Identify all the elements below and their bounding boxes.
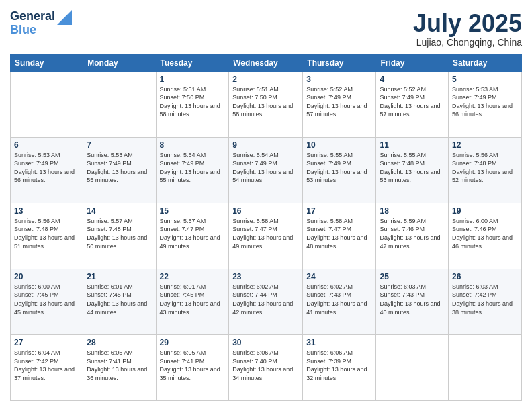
day-number: 7 [87, 140, 152, 150]
day-info: Sunrise: 6:04 AM Sunset: 7:42 PM Dayligh… [14, 349, 79, 382]
calendar-cell [83, 71, 156, 137]
calendar-cell: 12Sunrise: 5:56 AM Sunset: 7:48 PM Dayli… [449, 137, 522, 203]
day-info: Sunrise: 5:52 AM Sunset: 7:49 PM Dayligh… [380, 85, 445, 119]
day-number: 26 [452, 272, 518, 281]
calendar-cell: 27Sunrise: 6:04 AM Sunset: 7:42 PM Dayli… [11, 334, 83, 400]
calendar-row-2: 13Sunrise: 5:56 AM Sunset: 7:48 PM Dayli… [11, 203, 522, 269]
day-number: 29 [160, 338, 226, 347]
day-number: 15 [160, 206, 226, 216]
day-number: 13 [14, 206, 79, 216]
calendar-header-monday: Monday [83, 54, 156, 71]
day-number: 19 [452, 206, 518, 216]
day-number: 28 [87, 338, 152, 347]
day-info: Sunrise: 5:54 AM Sunset: 7:49 PM Dayligh… [160, 151, 226, 185]
calendar-header-friday: Friday [376, 54, 449, 71]
day-number: 12 [452, 140, 518, 150]
day-number: 21 [87, 272, 152, 281]
day-info: Sunrise: 5:51 AM Sunset: 7:50 PM Dayligh… [232, 85, 299, 119]
calendar-cell: 6Sunrise: 5:53 AM Sunset: 7:49 PM Daylig… [11, 137, 83, 203]
day-number: 24 [306, 272, 372, 281]
calendar-cell: 11Sunrise: 5:55 AM Sunset: 7:48 PM Dayli… [376, 137, 449, 203]
calendar-cell: 2Sunrise: 5:51 AM Sunset: 7:50 PM Daylig… [229, 71, 303, 137]
calendar-cell: 30Sunrise: 6:06 AM Sunset: 7:40 PM Dayli… [229, 334, 303, 400]
day-number: 9 [232, 140, 299, 150]
calendar-row-4: 27Sunrise: 6:04 AM Sunset: 7:42 PM Dayli… [11, 334, 522, 400]
calendar-header-thursday: Thursday [303, 54, 376, 71]
day-info: Sunrise: 6:05 AM Sunset: 7:41 PM Dayligh… [87, 349, 152, 382]
calendar-header-saturday: Saturday [449, 54, 522, 71]
day-number: 30 [232, 338, 299, 347]
calendar-cell: 26Sunrise: 6:03 AM Sunset: 7:42 PM Dayli… [449, 269, 522, 334]
calendar-cell: 15Sunrise: 5:57 AM Sunset: 7:47 PM Dayli… [156, 203, 229, 269]
day-number: 22 [160, 272, 226, 281]
calendar-cell: 17Sunrise: 5:58 AM Sunset: 7:47 PM Dayli… [303, 203, 376, 269]
calendar-cell: 4Sunrise: 5:52 AM Sunset: 7:49 PM Daylig… [376, 71, 449, 137]
calendar-header-tuesday: Tuesday [156, 54, 229, 71]
logo: General Blue [10, 10, 72, 37]
calendar-cell: 5Sunrise: 5:53 AM Sunset: 7:49 PM Daylig… [449, 71, 522, 137]
calendar-cell: 21Sunrise: 6:01 AM Sunset: 7:45 PM Dayli… [83, 269, 156, 334]
day-number: 10 [306, 140, 372, 150]
logo-general: General [10, 10, 55, 24]
day-number: 6 [14, 140, 79, 150]
location: Lujiao, Chongqing, China [413, 37, 522, 48]
calendar-cell: 16Sunrise: 5:58 AM Sunset: 7:47 PM Dayli… [229, 203, 303, 269]
calendar-cell: 29Sunrise: 6:05 AM Sunset: 7:41 PM Dayli… [156, 334, 229, 400]
calendar-header-row: SundayMondayTuesdayWednesdayThursdayFrid… [11, 54, 522, 71]
calendar-cell: 7Sunrise: 5:53 AM Sunset: 7:49 PM Daylig… [83, 137, 156, 203]
day-number: 8 [160, 140, 226, 150]
day-number: 31 [306, 338, 372, 347]
calendar-cell: 23Sunrise: 6:02 AM Sunset: 7:44 PM Dayli… [229, 269, 303, 334]
calendar-cell: 3Sunrise: 5:52 AM Sunset: 7:49 PM Daylig… [303, 71, 376, 137]
calendar-row-3: 20Sunrise: 6:00 AM Sunset: 7:45 PM Dayli… [11, 269, 522, 334]
day-info: Sunrise: 5:58 AM Sunset: 7:47 PM Dayligh… [306, 217, 372, 250]
calendar-cell: 20Sunrise: 6:00 AM Sunset: 7:45 PM Dayli… [11, 269, 83, 334]
day-number: 14 [87, 206, 152, 216]
day-info: Sunrise: 5:53 AM Sunset: 7:49 PM Dayligh… [452, 85, 518, 119]
day-info: Sunrise: 6:05 AM Sunset: 7:41 PM Dayligh… [160, 349, 226, 382]
day-info: Sunrise: 6:00 AM Sunset: 7:45 PM Dayligh… [14, 283, 79, 316]
logo-blue: Blue [10, 24, 55, 37]
calendar-row-1: 6Sunrise: 5:53 AM Sunset: 7:49 PM Daylig… [11, 137, 522, 203]
day-info: Sunrise: 6:01 AM Sunset: 7:45 PM Dayligh… [160, 283, 226, 316]
day-info: Sunrise: 5:55 AM Sunset: 7:48 PM Dayligh… [380, 151, 445, 185]
day-info: Sunrise: 5:53 AM Sunset: 7:49 PM Dayligh… [87, 151, 152, 185]
day-info: Sunrise: 5:58 AM Sunset: 7:47 PM Dayligh… [232, 217, 299, 250]
calendar-row-0: 1Sunrise: 5:51 AM Sunset: 7:50 PM Daylig… [11, 71, 522, 137]
calendar-header-sunday: Sunday [11, 54, 83, 71]
calendar: SundayMondayTuesdayWednesdayThursdayFrid… [10, 54, 522, 401]
calendar-cell [376, 334, 449, 400]
day-number: 16 [232, 206, 299, 216]
day-number: 1 [160, 75, 226, 84]
day-info: Sunrise: 5:54 AM Sunset: 7:49 PM Dayligh… [232, 151, 299, 185]
day-number: 27 [14, 338, 79, 347]
day-info: Sunrise: 6:03 AM Sunset: 7:42 PM Dayligh… [452, 283, 518, 316]
day-info: Sunrise: 6:01 AM Sunset: 7:45 PM Dayligh… [87, 283, 152, 316]
page: General Blue July 2025 Lujiao, Chongqing… [0, 0, 532, 411]
month-year: July 2025 [413, 10, 522, 37]
calendar-cell [449, 334, 522, 400]
day-info: Sunrise: 6:02 AM Sunset: 7:43 PM Dayligh… [306, 283, 372, 316]
calendar-cell: 18Sunrise: 5:59 AM Sunset: 7:46 PM Dayli… [376, 203, 449, 269]
calendar-cell: 13Sunrise: 5:56 AM Sunset: 7:48 PM Dayli… [11, 203, 83, 269]
day-info: Sunrise: 5:56 AM Sunset: 7:48 PM Dayligh… [14, 217, 79, 250]
calendar-cell: 28Sunrise: 6:05 AM Sunset: 7:41 PM Dayli… [83, 334, 156, 400]
day-info: Sunrise: 6:00 AM Sunset: 7:46 PM Dayligh… [452, 217, 518, 250]
day-number: 4 [380, 75, 445, 84]
svg-marker-0 [57, 10, 72, 25]
logo-icon [57, 10, 72, 25]
title-section: July 2025 Lujiao, Chongqing, China [413, 10, 522, 48]
logo-text: General Blue [10, 10, 55, 37]
calendar-cell: 25Sunrise: 6:03 AM Sunset: 7:43 PM Dayli… [376, 269, 449, 334]
calendar-cell: 8Sunrise: 5:54 AM Sunset: 7:49 PM Daylig… [156, 137, 229, 203]
day-number: 11 [380, 140, 445, 150]
calendar-cell: 1Sunrise: 5:51 AM Sunset: 7:50 PM Daylig… [156, 71, 229, 137]
day-info: Sunrise: 5:52 AM Sunset: 7:49 PM Dayligh… [306, 85, 372, 119]
calendar-cell: 19Sunrise: 6:00 AM Sunset: 7:46 PM Dayli… [449, 203, 522, 269]
calendar-header-wednesday: Wednesday [229, 54, 303, 71]
day-number: 5 [452, 75, 518, 84]
header: General Blue July 2025 Lujiao, Chongqing… [10, 10, 522, 48]
day-number: 17 [306, 206, 372, 216]
calendar-cell: 22Sunrise: 6:01 AM Sunset: 7:45 PM Dayli… [156, 269, 229, 334]
day-number: 18 [380, 206, 445, 216]
